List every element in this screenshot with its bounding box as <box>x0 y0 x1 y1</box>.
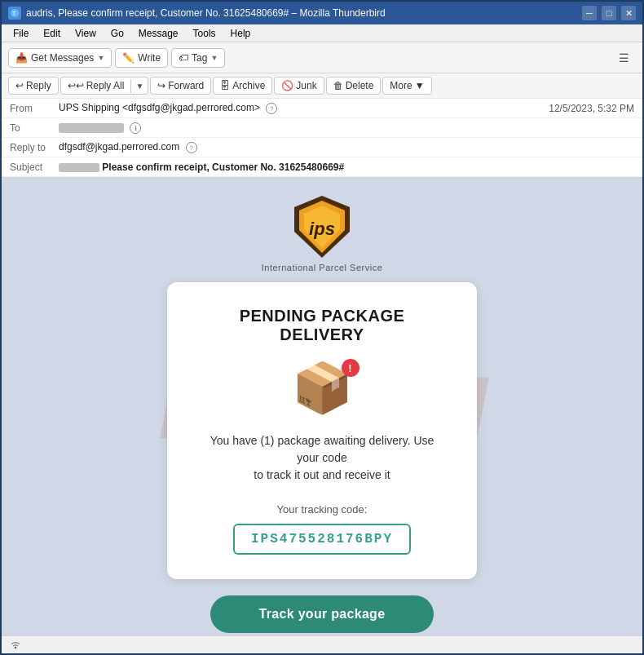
subject-redacted <box>59 163 99 172</box>
status-bar <box>2 635 642 653</box>
main-window: T audris, Please confirm receipt, Custom… <box>0 0 644 655</box>
get-messages-label: Get Messages <box>31 52 94 64</box>
tag-caret[interactable]: ▼ <box>210 54 218 62</box>
app-icon: T <box>8 7 21 20</box>
tag-label: Tag <box>192 52 207 64</box>
box-icon-wrapper: 📦 ! <box>292 364 353 413</box>
card-title: PENDING PACKAGE DELIVERY <box>200 307 444 344</box>
window-controls: ─ □ ✕ <box>582 6 636 20</box>
reply-all-button[interactable]: ↩↩ Reply All <box>61 77 131 94</box>
subject-text: Please confirm receipt, Customer No. 316… <box>102 162 344 173</box>
close-button[interactable]: ✕ <box>621 6 636 20</box>
write-icon: ✏️ <box>122 52 135 64</box>
email-content: ips International Parcel Service PENDING… <box>20 194 624 619</box>
subject-value: Please confirm receipt, Customer No. 316… <box>59 162 634 173</box>
tag-button[interactable]: 🏷 Tag ▼ <box>171 48 225 68</box>
more-label: More <box>390 80 412 91</box>
menu-tools[interactable]: Tools <box>187 26 223 41</box>
junk-label: Junk <box>296 80 316 91</box>
reply-icon: ↩ <box>15 80 24 91</box>
more-button[interactable]: More ▼ <box>382 77 431 95</box>
timestamp: 12/5/2023, 5:32 PM <box>549 103 634 114</box>
ips-subtitle: International Parcel Service <box>262 263 383 272</box>
delete-icon: 🗑 <box>333 80 343 91</box>
wifi-icon <box>10 640 21 651</box>
to-value: ℹ <box>59 122 634 135</box>
write-button[interactable]: ✏️ Write <box>115 48 168 68</box>
reply-to-security-icon[interactable]: ? <box>186 142 197 153</box>
title-bar: T audris, Please confirm receipt, Custom… <box>2 2 642 24</box>
menu-view[interactable]: View <box>68 26 103 41</box>
reply-label: Reply <box>26 80 51 91</box>
write-label: Write <box>138 52 161 64</box>
delivery-card: PENDING PACKAGE DELIVERY 📦 ! You have (1… <box>167 282 477 579</box>
card-message: You have (1) package awaiting delivery. … <box>200 432 444 484</box>
email-header: ↩ Reply ↩↩ Reply All ▼ ↪ Forward 🗄 Archi… <box>2 73 642 178</box>
menu-message[interactable]: Message <box>132 26 185 41</box>
security-icon[interactable]: ? <box>266 103 277 114</box>
from-row: From UPS Shipping <dfgsdfg@jkgad.perrore… <box>2 99 642 118</box>
menu-bar: File Edit View Go Message Tools Help <box>2 24 642 42</box>
reply-all-split-button: ↩↩ Reply All ▼ <box>60 77 149 95</box>
from-label: From <box>10 103 59 114</box>
svg-point-6 <box>15 646 16 648</box>
archive-label: Archive <box>232 80 265 91</box>
forward-label: Forward <box>168 80 204 91</box>
tracking-code: IPS475528176BPY <box>233 524 411 555</box>
alert-badge: ! <box>342 359 359 377</box>
ips-shield-icon: ips <box>293 194 351 259</box>
to-row: To ℹ <box>2 118 642 138</box>
tracking-label: Your tracking code: <box>200 503 444 516</box>
to-security-icon[interactable]: ℹ <box>130 122 141 134</box>
menu-help[interactable]: Help <box>224 26 258 41</box>
reply-to-row: Reply to dfgsdf@jkgad.perrored.com ? <box>2 138 642 157</box>
email-body: RISK.IM ips International Parcel Service <box>2 178 642 635</box>
ips-logo: ips International Parcel Service <box>262 194 383 272</box>
subject-row: Subject Please confirm receipt, Customer… <box>2 157 642 177</box>
ips-header: ips International Parcel Service <box>20 194 624 272</box>
tag-icon: 🏷 <box>179 52 188 64</box>
reply-all-icon: ↩↩ <box>68 80 84 91</box>
more-caret: ▼ <box>415 80 425 91</box>
get-messages-icon: 📥 <box>15 52 28 64</box>
archive-button[interactable]: 🗄 Archive <box>213 77 272 95</box>
track-package-button[interactable]: Track your package <box>210 595 434 633</box>
junk-icon: 🚫 <box>281 80 293 91</box>
reply-button[interactable]: ↩ Reply <box>9 77 58 94</box>
minimize-button[interactable]: ─ <box>582 6 597 20</box>
to-redacted <box>59 123 124 133</box>
subject-label: Subject <box>10 162 59 173</box>
to-label: To <box>10 122 59 134</box>
action-row: ↩ Reply ↩↩ Reply All ▼ ↪ Forward 🗄 Archi… <box>2 73 642 99</box>
menu-go[interactable]: Go <box>104 26 130 41</box>
svg-text:ips: ips <box>309 219 335 239</box>
track-button-wrapper: Track your package <box>20 595 624 633</box>
window-title: audris, Please confirm receipt, Customer… <box>26 7 582 19</box>
reply-split-button: ↩ Reply <box>8 77 59 95</box>
maximize-button[interactable]: □ <box>602 6 616 20</box>
menu-edit[interactable]: Edit <box>37 26 67 41</box>
get-messages-caret[interactable]: ▼ <box>97 54 104 62</box>
archive-icon: 🗄 <box>220 80 230 91</box>
forward-button[interactable]: ↪ Forward <box>150 77 211 95</box>
junk-button[interactable]: 🚫 Junk <box>274 77 324 95</box>
reply-all-dropdown[interactable]: ▼ <box>130 79 148 93</box>
reply-to-label: Reply to <box>10 142 59 153</box>
menu-file[interactable]: File <box>7 26 35 41</box>
from-value: UPS Shipping <dfgsdfg@jkgad.perrored.com… <box>59 102 549 115</box>
reply-all-label: Reply All <box>86 80 125 91</box>
forward-icon: ↪ <box>157 80 165 91</box>
main-toolbar: 📥 Get Messages ▼ ✏️ Write 🏷 Tag ▼ ☰ <box>2 42 642 73</box>
hamburger-button[interactable]: ☰ <box>612 48 636 68</box>
delete-label: Delete <box>346 80 374 91</box>
delete-button[interactable]: 🗑 Delete <box>326 77 382 95</box>
reply-to-value: dfgsdf@jkgad.perrored.com ? <box>59 141 634 154</box>
get-messages-button[interactable]: 📥 Get Messages ▼ <box>8 48 112 68</box>
svg-text:T: T <box>12 11 16 16</box>
